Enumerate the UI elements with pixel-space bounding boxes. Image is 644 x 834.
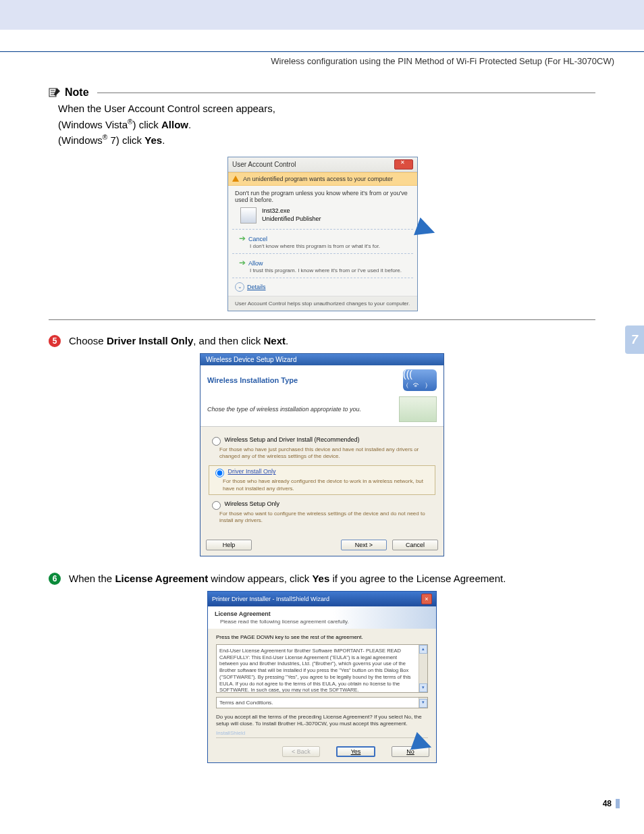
page-number: 48: [603, 799, 612, 808]
shield-icon: [232, 176, 239, 182]
wizard-option-wireless-only[interactable]: Wireless Setup Only For those who want t…: [209, 500, 435, 525]
radio-recommended[interactable]: [212, 437, 221, 446]
scroll-down-icon[interactable]: ▾: [419, 699, 427, 708]
uac-dialog: User Account Control An unidentified pro…: [227, 157, 418, 311]
arrow-icon: ➔: [239, 258, 246, 267]
uac-title-text: User Account Control: [232, 161, 296, 168]
uac-program-row: Inst32.exe Unidentified Publisher: [228, 205, 417, 229]
program-icon: [240, 207, 257, 224]
license-question: Do you accept all the terms of the prece…: [216, 714, 428, 728]
page-header-breadcrumb: Wireless configuration using the PIN Met…: [0, 56, 614, 66]
wizard-subtext: Chose the type of wireless installation …: [207, 406, 361, 413]
page-number-accent: [616, 799, 620, 808]
uac-program-name: Inst32.exe: [262, 207, 321, 215]
svg-marker-4: [54, 88, 60, 96]
step-6-text: When the License Agreement window appear…: [69, 571, 506, 585]
uac-details-toggle[interactable]: ⌄ Details: [228, 278, 417, 296]
yes-button[interactable]: Yes: [336, 746, 375, 757]
close-icon[interactable]: [394, 159, 413, 170]
note-line-1: When the User Account Control screen app…: [58, 101, 595, 117]
note-rule-top: [97, 93, 595, 93]
scrollbar[interactable]: ▴ ▾: [419, 645, 427, 692]
wizard-titlebar: Wireless Device Setup Wizard: [200, 354, 444, 365]
step-5-row: 5 Choose Driver Install Only, and then c…: [49, 334, 595, 348]
note-pencil-icon: [49, 86, 61, 99]
step-5-text: Choose Driver Install Only, and then cli…: [69, 334, 288, 348]
note-title: Note: [65, 86, 89, 99]
wireless-wizard-dialog: Wireless Device Setup Wizard Wireless In…: [200, 353, 444, 556]
license-instruction: Press the PAGE DOWN key to see the rest …: [216, 634, 428, 640]
license-titlebar: Printer Driver Installer - InstallShield…: [208, 592, 436, 606]
license-dialog: Printer Driver Installer - InstallShield…: [207, 591, 437, 763]
uac-allow-option[interactable]: ➔Allow I trust this program. I know wher…: [228, 254, 417, 278]
scroll-down-icon[interactable]: ▾: [419, 683, 427, 692]
scroll-up-icon[interactable]: ▴: [419, 645, 427, 654]
wizard-option-driver-only-desc: For those who have already configured th…: [223, 478, 432, 492]
note-body: When the User Account Control screen app…: [58, 101, 595, 149]
uac-cancel-desc: I don't know where this program is from …: [250, 243, 409, 249]
license-subheading: Please read the following license agreem…: [220, 619, 429, 625]
uac-program-publisher: Unidentified Publisher: [262, 215, 321, 224]
uac-cancel-option[interactable]: ➔Cancel I don't know where this program …: [228, 230, 417, 253]
wizard-option-wireless-only-desc: For those who want to configure the wire…: [219, 511, 435, 525]
uac-footer-text: User Account Control helps stop unauthor…: [228, 296, 417, 311]
wizard-option-recommended-desc: For those who have just purchased this d…: [219, 446, 435, 461]
uac-warning-bar: An unidentified program wants access to …: [228, 172, 417, 186]
license-heading: License Agreement: [215, 610, 429, 617]
wizard-option-recommended[interactable]: Wireless Setup and Driver Install (Recom…: [209, 436, 435, 461]
back-button: < Back: [282, 746, 320, 757]
radio-wireless-only[interactable]: [212, 501, 221, 510]
scrollbar[interactable]: ▾: [419, 698, 427, 708]
close-icon[interactable]: ×: [421, 594, 432, 604]
uac-message: Don't run the program unless you know wh…: [228, 186, 417, 205]
top-bar: [0, 0, 644, 30]
license-title-text: Printer Driver Installer - InstallShield…: [212, 596, 329, 602]
license-eula-text: End-User License Agreement for Brother S…: [219, 648, 425, 693]
arrow-icon: ➔: [239, 234, 246, 243]
wizard-illustration-icon: [399, 396, 437, 422]
wifi-icon: ((( ﹙ᯤ﹚: [403, 369, 437, 391]
note-line-2: (Windows Vista®) click Allow.: [58, 117, 595, 133]
radio-driver-only[interactable]: [215, 469, 224, 477]
note-rule-bottom: [49, 319, 595, 320]
chevron-down-icon: ⌄: [235, 282, 244, 292]
next-button[interactable]: Next >: [341, 540, 387, 550]
wizard-option-driver-only[interactable]: Driver Install Only For those who have a…: [209, 465, 435, 495]
step-6-badge: 6: [49, 573, 61, 585]
installshield-brand: InstallShield: [216, 730, 428, 736]
chapter-tab: 7: [625, 325, 644, 354]
uac-warning-text: An unidentified program wants access to …: [243, 176, 393, 182]
step-6-row: 6 When the License Agreement window appe…: [49, 571, 595, 585]
wizard-heading: Wireless Installation Type: [207, 376, 298, 384]
cancel-button[interactable]: Cancel: [392, 540, 438, 550]
uac-titlebar: User Account Control: [228, 157, 417, 172]
header-rule: [0, 51, 644, 52]
uac-allow-desc: I trust this program. I know where it's …: [250, 267, 409, 273]
license-terms-box[interactable]: Terms and Conditions. ▾: [216, 697, 428, 708]
note-line-3: (Windows® 7) click Yes.: [58, 132, 595, 149]
step-5-badge: 5: [49, 335, 61, 347]
help-button[interactable]: Help: [206, 540, 252, 550]
license-eula-box[interactable]: End-User License Agreement for Brother S…: [216, 644, 428, 693]
